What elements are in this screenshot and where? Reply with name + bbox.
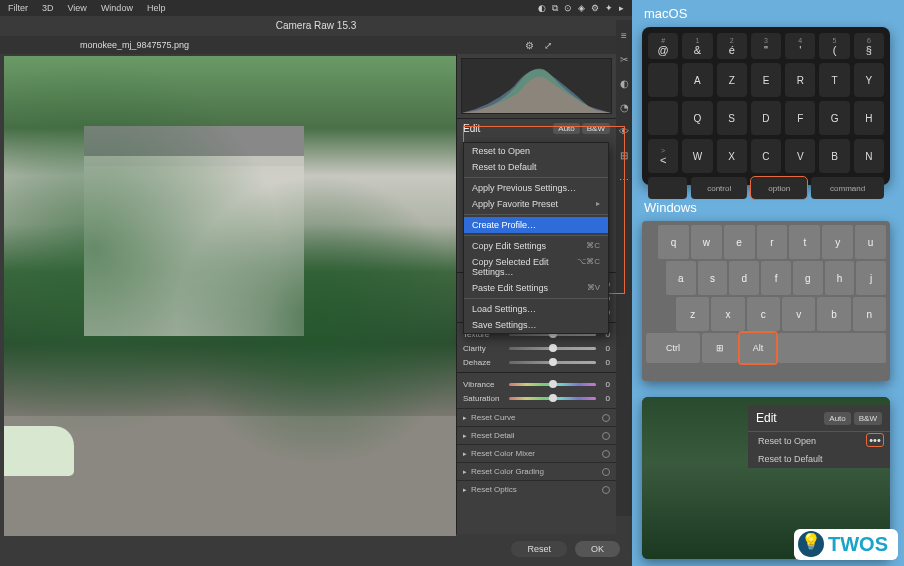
key-alt[interactable]: Alt bbox=[740, 333, 776, 363]
key-d[interactable]: D bbox=[751, 101, 781, 135]
slider-clarity[interactable]: Clarity0 bbox=[463, 344, 610, 353]
key-b[interactable]: b bbox=[817, 297, 850, 331]
section-optics[interactable]: ▸Reset Optics bbox=[457, 480, 616, 498]
key-win[interactable]: ⊞ bbox=[702, 333, 738, 363]
more-dots-icon[interactable]: ••• bbox=[866, 433, 884, 447]
menu-reset-to-default[interactable]: Reset to Default bbox=[464, 159, 608, 175]
key-x[interactable]: x bbox=[711, 297, 744, 331]
key-f[interactable]: f bbox=[761, 261, 791, 295]
menu-reset-to-open[interactable]: Reset to Open bbox=[464, 143, 608, 159]
menu-apply-previous[interactable]: Apply Previous Settings… bbox=[464, 180, 608, 196]
key[interactable]: 1& bbox=[682, 33, 712, 59]
key-a[interactable]: A bbox=[682, 63, 712, 97]
key-g[interactable]: G bbox=[819, 101, 849, 135]
key-y[interactable]: Y bbox=[854, 63, 884, 97]
key-y[interactable]: y bbox=[822, 225, 853, 259]
redeye-tool-icon[interactable]: 👁 bbox=[618, 126, 630, 138]
slider-saturation[interactable]: Saturation0 bbox=[463, 394, 610, 403]
key-t[interactable]: t bbox=[789, 225, 820, 259]
key[interactable]: #@ bbox=[648, 33, 678, 59]
key-control[interactable]: control bbox=[691, 177, 747, 199]
menu-create-profile[interactable]: Create Profile… bbox=[464, 217, 608, 233]
section-color-mixer[interactable]: ▸Reset Color Mixer bbox=[457, 444, 616, 462]
gear-icon[interactable]: ⚙ bbox=[525, 40, 534, 51]
key-option[interactable]: option bbox=[751, 177, 807, 199]
reset-button[interactable]: Reset bbox=[511, 541, 567, 557]
key-r[interactable]: R bbox=[785, 63, 815, 97]
menu-view[interactable]: View bbox=[68, 3, 87, 13]
key-q[interactable]: Q bbox=[682, 101, 712, 135]
key-t[interactable]: T bbox=[819, 63, 849, 97]
key-w[interactable]: W bbox=[682, 139, 712, 173]
auto-button[interactable]: Auto bbox=[824, 412, 850, 425]
menu-reset-to-default[interactable]: Reset to Default bbox=[748, 450, 890, 468]
key-j[interactable]: j bbox=[856, 261, 886, 295]
menu-3d[interactable]: 3D bbox=[42, 3, 54, 13]
menu-paste-edit[interactable]: Paste Edit Settings⌘V bbox=[464, 280, 608, 296]
section-color-grading[interactable]: ▸Reset Color Grading bbox=[457, 462, 616, 480]
key-tab[interactable] bbox=[648, 63, 678, 97]
key-fn[interactable] bbox=[648, 177, 687, 199]
key-v[interactable]: V bbox=[785, 139, 815, 173]
key-r[interactable]: r bbox=[757, 225, 788, 259]
image-canvas[interactable] bbox=[4, 56, 456, 536]
key-z[interactable]: Z bbox=[717, 63, 747, 97]
key-c[interactable]: C bbox=[751, 139, 781, 173]
menu-window[interactable]: Window bbox=[101, 3, 133, 13]
key-f[interactable]: F bbox=[785, 101, 815, 135]
key-d[interactable]: d bbox=[729, 261, 759, 295]
key[interactable]: 6§ bbox=[854, 33, 884, 59]
crop-tool-icon[interactable]: ✂ bbox=[618, 54, 630, 66]
key-s[interactable]: S bbox=[717, 101, 747, 135]
menu-copy-selected-edit[interactable]: Copy Selected Edit Settings…⌥⌘C bbox=[464, 254, 608, 280]
key[interactable]: 5( bbox=[819, 33, 849, 59]
key-q[interactable]: q bbox=[658, 225, 689, 259]
edit-tool-icon[interactable]: ≡ bbox=[618, 30, 630, 42]
key-c[interactable]: c bbox=[747, 297, 780, 331]
preset-tool-icon[interactable]: ⊞ bbox=[618, 150, 630, 162]
key-u[interactable]: u bbox=[855, 225, 886, 259]
key-w[interactable]: w bbox=[691, 225, 722, 259]
key-command[interactable]: command bbox=[811, 177, 884, 199]
menu-copy-edit[interactable]: Copy Edit Settings⌘C bbox=[464, 238, 608, 254]
key-v[interactable]: v bbox=[782, 297, 815, 331]
heal-tool-icon[interactable]: ◐ bbox=[618, 78, 630, 90]
key-n[interactable]: n bbox=[853, 297, 886, 331]
key-x[interactable]: X bbox=[717, 139, 747, 173]
key-z[interactable]: z bbox=[676, 297, 709, 331]
histogram[interactable] bbox=[461, 58, 612, 114]
menu-apply-favorite[interactable]: Apply Favorite Preset▸ bbox=[464, 196, 608, 212]
ok-button[interactable]: OK bbox=[575, 541, 620, 557]
key-g[interactable]: g bbox=[793, 261, 823, 295]
key-n[interactable]: N bbox=[854, 139, 884, 173]
menu-save-settings[interactable]: Save Settings… bbox=[464, 317, 608, 333]
key[interactable]: 2é bbox=[717, 33, 747, 59]
key-ctrl[interactable]: Ctrl bbox=[646, 333, 700, 363]
status-icon: ⚙ bbox=[591, 3, 599, 14]
key-caps[interactable] bbox=[648, 101, 678, 135]
menu-help[interactable]: Help bbox=[147, 3, 166, 13]
key-s[interactable]: s bbox=[698, 261, 728, 295]
bw-button[interactable]: B&W bbox=[582, 123, 610, 134]
key-e[interactable]: E bbox=[751, 63, 781, 97]
auto-button[interactable]: Auto bbox=[553, 123, 579, 134]
key[interactable]: 4' bbox=[785, 33, 815, 59]
section-detail[interactable]: ▸Reset Detail bbox=[457, 426, 616, 444]
slider-dehaze[interactable]: Dehaze0 bbox=[463, 358, 610, 367]
menu-load-settings[interactable]: Load Settings… bbox=[464, 301, 608, 317]
key-a[interactable]: a bbox=[666, 261, 696, 295]
key-e[interactable]: e bbox=[724, 225, 755, 259]
more-tool-icon[interactable]: ⋯ bbox=[618, 174, 630, 186]
key-b[interactable]: B bbox=[819, 139, 849, 173]
section-curve[interactable]: ▸Reset Curve bbox=[457, 408, 616, 426]
mask-tool-icon[interactable]: ◔ bbox=[618, 102, 630, 114]
slider-vibrance[interactable]: Vibrance0 bbox=[463, 380, 610, 389]
key-h[interactable]: h bbox=[825, 261, 855, 295]
fullscreen-icon[interactable]: ⤢ bbox=[544, 40, 552, 51]
key[interactable]: 3" bbox=[751, 33, 781, 59]
key-space[interactable] bbox=[778, 333, 886, 363]
bw-button[interactable]: B&W bbox=[854, 412, 882, 425]
key-anglebracket[interactable]: >< bbox=[648, 139, 678, 173]
key-h[interactable]: H bbox=[854, 101, 884, 135]
menu-filter[interactable]: Filter bbox=[8, 3, 28, 13]
